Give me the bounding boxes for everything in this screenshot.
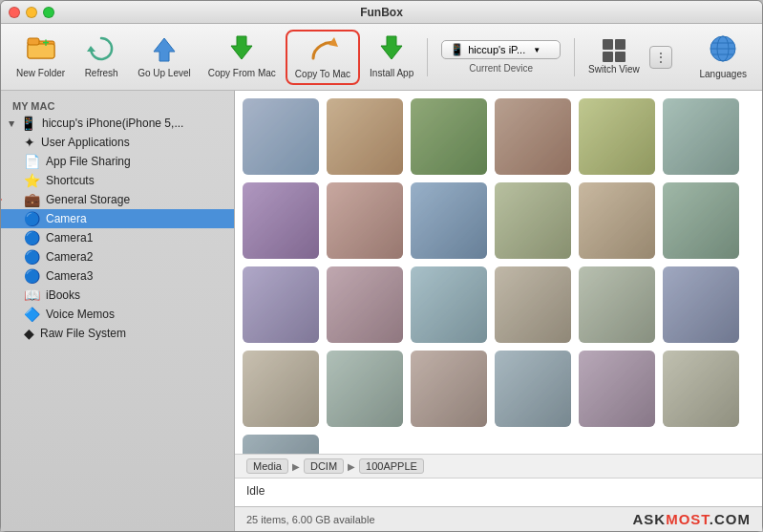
iphone-icon: 📱	[20, 116, 36, 131]
dropdown-arrow-icon: ▼	[533, 46, 540, 54]
file-thumbnail-25[interactable]	[243, 435, 319, 454]
svg-marker-4	[87, 46, 95, 52]
svg-rect-1	[28, 44, 54, 58]
sidebar-item-app-file-sharing[interactable]: 📄 App File Sharing	[1, 152, 234, 171]
file-thumbnail-4[interactable]	[495, 98, 571, 175]
sidebar-label-raw-file-system: Raw File System	[40, 327, 126, 340]
install-app-label: Install App	[370, 68, 413, 79]
file-thumbnail-8[interactable]	[327, 182, 403, 259]
file-thumbnail-20[interactable]	[327, 351, 403, 427]
file-thumbnail-14[interactable]	[327, 266, 403, 343]
breadcrumb-media[interactable]: Media	[246, 458, 288, 474]
sidebar-label-camera1: Camera1	[46, 231, 93, 245]
general-storage-icon: 💼	[24, 192, 40, 207]
sidebar-item-shortcuts[interactable]: ⭐ Shortcuts	[1, 171, 234, 190]
sidebar-label-ibooks: iBooks	[46, 288, 80, 302]
sidebar-item-raw-file-system[interactable]: ◆ Raw File System	[1, 324, 234, 343]
refresh-button[interactable]: Refresh	[74, 30, 128, 85]
breadcrumb-dcim[interactable]: DCIM	[304, 458, 344, 474]
maximize-button[interactable]	[43, 7, 54, 18]
go-up-level-button[interactable]: Go Up Level	[130, 30, 199, 85]
file-thumbnail-3[interactable]	[411, 98, 487, 175]
file-thumbnail-23[interactable]	[579, 351, 655, 427]
breadcrumb-arrow-1: ▶	[292, 461, 300, 472]
copy-to-mac-button[interactable]: Copy To Mac	[286, 30, 360, 85]
sidebar-item-iphone[interactable]: ▶ 📱 hiccup's iPhone(iPhone 5,...	[1, 114, 234, 133]
file-thumbnail-24[interactable]	[663, 351, 739, 427]
install-app-button[interactable]: Install App	[362, 30, 421, 85]
more-options-button[interactable]: ⋮	[649, 46, 672, 69]
sidebar-item-camera3[interactable]: 🔵 Camera3	[1, 266, 234, 286]
file-thumbnail-6[interactable]	[663, 98, 739, 175]
file-thumbnail-17[interactable]	[579, 266, 655, 343]
traffic-lights	[9, 7, 54, 18]
copy-from-button[interactable]: Copy From Mac	[201, 30, 284, 85]
status-text: 25 items, 6.00 GB available	[246, 514, 375, 525]
red-arrow-indicator: ➔	[1, 189, 2, 210]
switch-view-label: Switch View	[588, 64, 640, 75]
new-folder-button[interactable]: + New Folder	[9, 30, 73, 85]
svg-text:+: +	[42, 36, 49, 50]
sidebar-item-ibooks[interactable]: 📖 iBooks	[1, 286, 234, 305]
file-thumbnail-2[interactable]	[327, 98, 403, 175]
languages-label: Languages	[700, 69, 748, 80]
file-thumbnail-7[interactable]	[243, 182, 319, 259]
device-dropdown[interactable]: 📱 hiccup's iP... ▼	[441, 40, 561, 59]
file-thumbnail-1[interactable]	[243, 98, 319, 175]
grid-cell-3	[603, 52, 613, 62]
titlebar: FunBox	[1, 1, 762, 24]
file-thumbnail-10[interactable]	[495, 182, 571, 259]
file-thumbnail-18[interactable]	[663, 266, 739, 343]
sidebar-item-camera[interactable]: 🔵 Camera	[1, 209, 234, 228]
idle-bar: Idle	[235, 478, 762, 506]
file-area: Media ▶ DCIM ▶ 100APPLE Idle 25 items, 6…	[235, 91, 762, 531]
sidebar: My Mac ▶ 📱 hiccup's iPhone(iPhone 5,... …	[1, 91, 235, 531]
sidebar-label-app-file-sharing: App File Sharing	[46, 155, 131, 168]
file-thumbnail-21[interactable]	[411, 351, 487, 427]
sidebar-item-voice-memos[interactable]: 🔷 Voice Memos	[1, 305, 234, 324]
sidebar-label-camera2: Camera2	[46, 250, 93, 264]
grid-cell-1	[603, 39, 613, 50]
file-thumbnail-15[interactable]	[411, 266, 487, 343]
new-folder-icon: +	[27, 34, 55, 66]
close-button[interactable]	[9, 7, 20, 18]
sidebar-label-iphone: hiccup's iPhone(iPhone 5,...	[42, 117, 183, 130]
camera-icon: 🔵	[24, 211, 40, 226]
refresh-label: Refresh	[85, 68, 118, 79]
file-thumbnail-22[interactable]	[495, 351, 571, 427]
shortcuts-icon: ⭐	[24, 173, 40, 188]
device-selector[interactable]: 📱 hiccup's iP... ▼ Current Device	[434, 36, 568, 77]
file-thumbnail-16[interactable]	[495, 266, 571, 343]
file-thumbnail-12[interactable]	[663, 182, 739, 259]
file-thumbnail-9[interactable]	[411, 182, 487, 259]
breadcrumb-100apple[interactable]: 100APPLE	[359, 458, 424, 474]
camera1-icon: 🔵	[24, 230, 40, 245]
languages-button[interactable]: Languages	[692, 30, 755, 85]
file-thumbnail-13[interactable]	[243, 266, 319, 343]
svg-rect-2	[28, 38, 39, 45]
go-up-level-icon	[150, 34, 179, 66]
sidebar-item-user-applications[interactable]: ✦ User Applications	[1, 133, 234, 152]
window-title: FunBox	[360, 6, 403, 19]
sidebar-item-camera2[interactable]: 🔵 Camera2	[1, 247, 234, 266]
current-device-label: Current Device	[469, 63, 533, 74]
sidebar-item-general-storage[interactable]: 💼 General Storage ➔	[1, 190, 234, 209]
camera3-icon: 🔵	[24, 268, 40, 284]
svg-marker-5	[154, 38, 175, 61]
askmost-logo: ASKMOST.COM	[632, 511, 751, 527]
toolbar-separator-1	[427, 38, 428, 76]
sidebar-label-shortcuts: Shortcuts	[46, 174, 95, 187]
minimize-button[interactable]	[26, 7, 37, 18]
switch-view-button[interactable]: Switch View	[581, 30, 647, 85]
sidebar-label-user-applications: User Applications	[41, 136, 130, 149]
switch-view-icon	[603, 39, 625, 62]
file-thumbnail-11[interactable]	[579, 182, 655, 259]
file-thumbnail-5[interactable]	[579, 98, 655, 175]
copy-to-mac-label: Copy To Mac	[295, 69, 350, 80]
bottom-bar: 25 items, 6.00 GB available ASKMOST.COM	[235, 506, 762, 531]
sidebar-item-camera1[interactable]: 🔵 Camera1	[1, 228, 234, 247]
file-thumbnail-19[interactable]	[243, 351, 319, 427]
toolbar: + New Folder Refresh Go Up Level	[1, 24, 762, 91]
grid-cell-2	[615, 39, 625, 50]
ibooks-icon: 📖	[24, 287, 40, 303]
